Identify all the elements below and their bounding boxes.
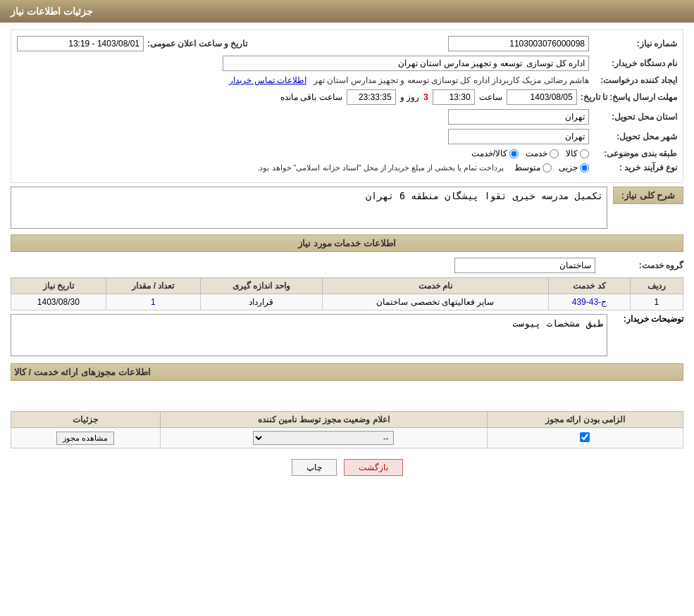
required-checkbox[interactable] [580,432,590,442]
radio-item-medium: متوسط [514,163,552,172]
col-details: جزئیات [11,412,161,428]
announce-datetime-label: تاریخ و ساعت اعلان عمومی: [147,39,247,49]
bottom-buttons: بازگشت چاپ [11,459,683,476]
col-qty: تعداد / مقدار [106,278,201,294]
radio-item-partial: جزیی [559,163,589,172]
category-row: طبقه بندی موضوعی: کالا خدمت کالا/خدمت [17,149,677,158]
response-deadline-row: مهلت ارسال پاسخ: تا تاریخ: 1403/08/05 سا… [17,89,677,105]
col-code: کد خدمت [548,278,630,294]
page-wrapper: جزئیات اطلاعات نیاز شماره نیاز: 11030030… [0,0,694,616]
category-label: طبقه بندی موضوعی: [593,149,677,158]
category-radio-group: کالا خدمت کالا/خدمت [471,149,589,158]
service-group-row: گروه خدمت: ساختمان [11,258,683,273]
radio-item-both: کالا/خدمت [471,149,519,158]
need-description-title: شرح کلی نیاز: [613,187,683,204]
need-number-row: شماره نیاز: 1103003076000098 تاریخ و ساع… [17,36,677,51]
need-description-textarea[interactable]: تکمیل مدرسه خیری تقوا پیشگان منطقه 6 تهر… [11,187,607,229]
license-row: -- مشاهده مجوز [11,428,683,448]
col-name: نام خدمت [322,278,548,294]
radio-medium[interactable] [543,163,552,172]
table-row: 1 ج-43-439 سایر فعالیتهای تخصصی ساختمان … [11,294,683,310]
contact-link[interactable]: اطلاعات تماس خریدار [229,75,306,85]
licenses-table: الزامی بودن ارائه مجوز اعلام وضعیت مجوز … [11,411,683,448]
buyer-org-input[interactable]: اداره کل توسازی توسعه و تجهیز مدارس استا… [223,56,589,71]
radio-goods-label: کالا [566,149,578,158]
col-required: الزامی بودن ارائه مجوز [487,412,683,428]
cell-details: مشاهده مجوز [11,428,161,448]
status-select[interactable]: -- [253,431,394,445]
hours-remaining-input[interactable]: 23:33:35 [347,89,396,105]
response-deadline-label: مهلت ارسال پاسخ: تا تاریخ: [581,92,677,102]
radio-goods[interactable] [580,149,589,158]
col-date: تاریخ نیاز [11,278,106,294]
cell-unit: قرارداد [201,294,322,310]
buyer-org-row: نام دستگاه خریدار: اداره کل توسازی توسعه… [17,56,677,71]
radio-medium-label: متوسط [514,163,540,172]
cell-required [487,428,683,448]
buyer-description-label-container: توضیحات خریدار: [613,314,683,324]
purchase-type-note: پرداخت تمام یا بخشی از مبلغ خریدار از مح… [257,163,504,172]
page-title: جزئیات اطلاعات نیاز [11,6,93,17]
service-group-label: گروه خدمت: [599,260,683,270]
days-remaining-label: روز و [400,92,419,102]
purchase-type-group: جزیی متوسط [514,163,589,172]
buyer-description-label: توضیحات خریدار: [624,314,683,324]
buyer-description-textarea[interactable]: طبق مشخصات پیوست [11,314,607,356]
hours-remaining-label: ساعت باقی مانده [280,92,342,102]
city-label: شهر محل تحویل: [593,132,677,142]
view-license-button[interactable]: مشاهده مجوز [56,432,114,445]
city-input[interactable]: تهران [448,129,589,144]
licenses-title: اطلاعات مجوزهای ارائه خدمت / کالا [11,363,683,381]
col-row-num: ردیف [630,278,683,294]
radio-both[interactable] [509,149,519,158]
cell-qty: 1 [106,294,201,310]
need-number-label: شماره نیاز: [593,39,677,49]
main-info-section: شماره نیاز: 1103003076000098 تاریخ و ساع… [11,30,683,183]
radio-item-service: خدمت [526,149,559,158]
radio-partial[interactable] [580,163,589,172]
need-description-section: شرح کلی نیاز: تکمیل مدرسه خیری تقوا پیشگ… [11,187,683,229]
buyer-description-section: توضیحات خریدار: طبق مشخصات پیوست [11,314,683,356]
radio-both-label: کالا/خدمت [471,149,507,158]
licenses-section: اطلاعات مجوزهای ارائه خدمت / کالا الزامی… [11,363,683,448]
purchase-type-row: نوع فرآیند خرید : جزیی متوسط پرداخت تمام… [17,163,677,172]
cell-row-num: 1 [630,294,683,310]
response-time-label: ساعت [479,92,502,102]
province-row: استان محل تحویل: تهران [17,109,677,125]
page-header: جزئیات اطلاعات نیاز [0,0,694,23]
cell-status: -- [160,428,487,448]
print-button[interactable]: چاپ [292,459,337,476]
date-time-container: 1403/08/05 ساعت 13:30 3 روز و 23:33:35 س… [280,89,577,105]
days-remaining-value: 3 [423,92,428,102]
province-input[interactable]: تهران [448,109,589,125]
response-date-input[interactable]: 1403/08/05 [507,89,577,105]
need-number-input[interactable]: 1103003076000098 [448,36,589,51]
purchase-type-label: نوع فرآیند خرید : [593,163,677,172]
announce-datetime-input[interactable]: 1403/08/01 - 13:19 [17,36,144,51]
requester-row: ایجاد کننده درخواست: هاشم رضائی مزیک کار… [17,75,677,85]
content-area: شماره نیاز: 1103003076000098 تاریخ و ساع… [0,23,694,494]
buyer-org-label: نام دستگاه خریدار: [593,58,677,68]
col-status: اعلام وضعیت مجوز توسط نامین کننده [160,412,487,428]
cell-code: ج-43-439 [548,294,630,310]
radio-item-goods: کالا [566,149,589,158]
response-time-input[interactable]: 13:30 [433,89,475,105]
service-group-input[interactable]: ساختمان [454,258,595,273]
radio-service[interactable] [550,149,559,158]
cell-date: 1403/08/30 [11,294,106,310]
radio-service-label: خدمت [526,149,547,158]
services-table: ردیف کد خدمت نام خدمت واحد اندازه گیری ت… [11,277,683,310]
requester-value: هاشم رضائی مزیک کاربرداز اداره کل توسازی… [314,75,589,85]
back-button[interactable]: بازگشت [344,459,403,476]
requester-label: ایجاد کننده درخواست: [593,75,677,85]
spacer [11,386,683,408]
province-label: استان محل تحویل: [593,112,677,122]
city-row: شهر محل تحویل: تهران [17,129,677,144]
cell-name: سایر فعالیتهای تخصصی ساختمان [322,294,548,310]
services-section-title: اطلاعات خدمات مورد نیاز [11,234,683,252]
radio-partial-label: جزیی [559,163,578,172]
col-unit: واحد اندازه گیری [201,278,322,294]
